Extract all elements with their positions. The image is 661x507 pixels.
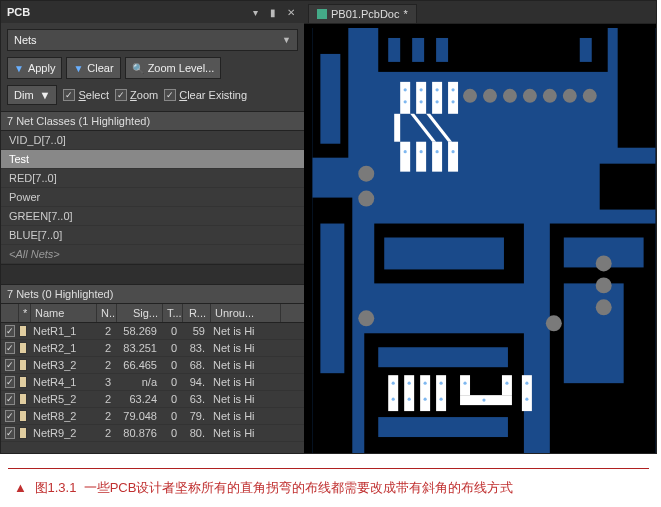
svg-point-58 xyxy=(436,88,439,91)
close-icon[interactable]: ✕ xyxy=(284,7,298,18)
svg-point-24 xyxy=(523,89,537,103)
clear-button[interactable]: ▼ Clear xyxy=(66,57,120,79)
svg-point-76 xyxy=(505,382,508,385)
table-row[interactable]: ✓NetR8_2279.048079.Net is Hi xyxy=(1,408,304,425)
table-row[interactable]: ✓NetR4_13n/a094.Net is Hi xyxy=(1,374,304,391)
svg-point-75 xyxy=(482,399,485,402)
select-checkbox[interactable]: ✓ Select xyxy=(63,89,109,101)
svg-rect-13 xyxy=(580,38,592,62)
tabbar: PB01.PcbDoc * xyxy=(304,1,656,23)
svg-rect-20 xyxy=(378,417,508,437)
clear-existing-checkbox[interactable]: ✓ Clear Existing xyxy=(164,89,247,101)
table-header: * Name N.. Sig... T... R... Unrou... xyxy=(1,304,304,323)
svg-rect-41 xyxy=(432,142,442,172)
dropdown-value: Nets xyxy=(14,34,282,46)
list-item[interactable]: GREEN[7..0] xyxy=(1,207,304,226)
pin-icon[interactable]: ▮ xyxy=(266,7,280,18)
svg-rect-10 xyxy=(388,38,400,62)
pcb-render xyxy=(304,24,656,453)
netclass-header: 7 Net Classes (1 Highlighted) xyxy=(1,111,304,131)
svg-rect-14 xyxy=(320,54,340,144)
zoom-checkbox[interactable]: ✓ Zoom xyxy=(115,89,158,101)
svg-point-68 xyxy=(408,382,411,385)
pcb-canvas[interactable] xyxy=(304,23,656,453)
svg-point-26 xyxy=(563,89,577,103)
svg-rect-16 xyxy=(384,238,504,270)
svg-point-64 xyxy=(436,150,439,153)
svg-rect-12 xyxy=(436,38,448,62)
netclass-list: VID_D[7..0]TestRED[7..0]PowerGREEN[7..0]… xyxy=(1,131,304,264)
svg-point-63 xyxy=(420,150,423,153)
table-row[interactable]: ✓NetR9_2280.876080.Net is Hi xyxy=(1,425,304,442)
svg-point-73 xyxy=(439,398,442,401)
checkbox-checked-icon[interactable]: ✓ xyxy=(5,325,15,337)
svg-rect-37 xyxy=(432,82,442,114)
svg-point-28 xyxy=(358,166,374,182)
checkbox-checked-icon: ✓ xyxy=(164,89,176,101)
zoom-level-button[interactable]: 🔍 Zoom Level... xyxy=(125,57,222,79)
category-dropdown[interactable]: Nets ▼ xyxy=(7,29,298,51)
color-swatch xyxy=(19,325,27,337)
color-swatch xyxy=(19,427,27,439)
svg-rect-40 xyxy=(416,142,426,172)
svg-point-67 xyxy=(392,398,395,401)
document-tab[interactable]: PB01.PcbDoc * xyxy=(308,4,417,23)
svg-point-60 xyxy=(451,88,454,91)
svg-rect-19 xyxy=(378,347,508,367)
list-item[interactable]: <All Nets> xyxy=(1,245,304,264)
list-item[interactable]: Test xyxy=(1,150,304,169)
checkbox-checked-icon[interactable]: ✓ xyxy=(5,342,15,354)
svg-rect-35 xyxy=(400,82,410,114)
svg-point-54 xyxy=(404,88,407,91)
svg-point-70 xyxy=(424,382,427,385)
svg-rect-46 xyxy=(388,375,398,411)
apply-button[interactable]: ▼ Apply xyxy=(7,57,62,79)
color-swatch xyxy=(19,359,27,371)
panel-title: PCB xyxy=(7,6,244,18)
pcb-panel: PCB ▾ ▮ ✕ Nets ▼ ▼ Apply ▼ Clear 🔍 Zoom … xyxy=(1,1,304,453)
svg-point-21 xyxy=(463,89,477,103)
svg-point-78 xyxy=(525,398,528,401)
checkbox-checked-icon[interactable]: ✓ xyxy=(5,410,15,422)
svg-rect-49 xyxy=(436,375,446,411)
svg-point-32 xyxy=(596,299,612,315)
dropdown-icon[interactable]: ▾ xyxy=(248,7,262,18)
checkbox-checked-icon[interactable]: ✓ xyxy=(5,376,15,388)
list-item[interactable]: RED[7..0] xyxy=(1,169,304,188)
svg-point-25 xyxy=(543,89,557,103)
list-item[interactable]: Power xyxy=(1,188,304,207)
editor-area: PB01.PcbDoc * xyxy=(304,1,656,453)
triangle-icon: ▲ xyxy=(14,480,27,495)
checkbox-checked-icon[interactable]: ✓ xyxy=(5,359,15,371)
app-window: PCB ▾ ▮ ✕ Nets ▼ ▼ Apply ▼ Clear 🔍 Zoom … xyxy=(0,0,657,454)
svg-point-62 xyxy=(404,150,407,153)
funnel-icon: ▼ xyxy=(14,63,24,74)
figure-text: 一些PCB设计者坚称所有的直角拐弯的布线都需要改成带有斜角的布线方式 xyxy=(84,480,514,495)
table-row[interactable]: ✓NetR2_1283.251083.Net is Hi xyxy=(1,340,304,357)
svg-point-65 xyxy=(451,150,454,153)
svg-rect-18 xyxy=(564,283,624,383)
table-row[interactable]: ✓NetR3_2266.465068.Net is Hi xyxy=(1,357,304,374)
svg-point-23 xyxy=(503,89,517,103)
list-item[interactable]: VID_D[7..0] xyxy=(1,131,304,150)
svg-rect-42 xyxy=(448,142,458,172)
divider xyxy=(1,264,304,284)
svg-marker-45 xyxy=(394,114,400,142)
svg-point-31 xyxy=(596,277,612,293)
dim-dropdown[interactable]: Dim ▼ xyxy=(7,85,57,105)
checkbox-checked-icon[interactable]: ✓ xyxy=(5,393,15,405)
checkbox-checked-icon: ✓ xyxy=(63,89,75,101)
svg-rect-53 xyxy=(522,375,532,411)
document-icon xyxy=(317,9,327,19)
svg-rect-36 xyxy=(416,82,426,114)
list-item[interactable]: BLUE[7..0] xyxy=(1,226,304,245)
svg-rect-5 xyxy=(618,28,656,148)
table-row[interactable]: ✓NetR1_1258.269059Net is Hi xyxy=(1,323,304,340)
svg-point-66 xyxy=(392,382,395,385)
nets-header: 7 Nets (0 Highlighted) xyxy=(1,284,304,304)
color-swatch xyxy=(19,376,27,388)
svg-rect-50 xyxy=(460,375,470,395)
table-row[interactable]: ✓NetR5_2263.24063.Net is Hi xyxy=(1,391,304,408)
checkbox-checked-icon[interactable]: ✓ xyxy=(5,427,15,439)
tab-label: PB01.PcbDoc xyxy=(331,8,399,20)
